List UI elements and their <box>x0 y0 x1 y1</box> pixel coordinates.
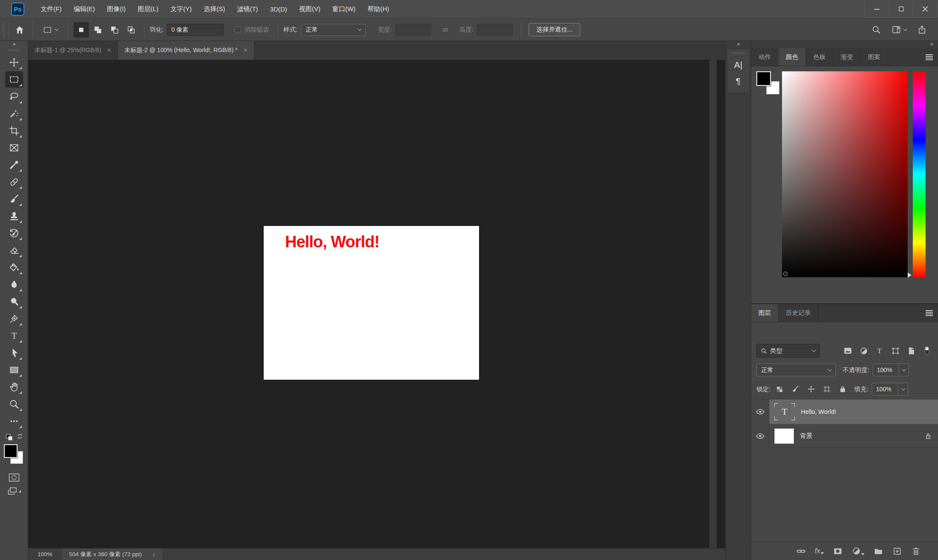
document-info-field[interactable]: 504 像素 x 360 像素 (72 ppi) › <box>61 548 163 560</box>
filter-pixel-layers-button[interactable] <box>842 345 854 357</box>
layer-row-body[interactable]: T Hello, World! <box>769 399 938 424</box>
link-layers-button[interactable] <box>796 546 806 556</box>
document-canvas[interactable]: Hello, World! <box>264 226 479 380</box>
new-group-button[interactable] <box>873 546 883 556</box>
close-button[interactable] <box>913 1 937 17</box>
tool-path-selection[interactable] <box>5 345 23 361</box>
menu-edit[interactable]: 编辑(E) <box>68 0 101 18</box>
search-button[interactable] <box>871 25 881 35</box>
filter-adjustment-layers-button[interactable] <box>858 345 870 357</box>
layer-visibility-toggle[interactable] <box>751 424 769 448</box>
share-button[interactable] <box>917 25 927 35</box>
tool-zoom[interactable] <box>5 396 23 412</box>
hue-slider-marker[interactable] <box>908 273 912 278</box>
tool-pen[interactable] <box>5 311 23 327</box>
tool-object-selection[interactable] <box>5 106 23 122</box>
style-dropdown[interactable]: 正常 <box>301 24 366 36</box>
tab-layers[interactable]: 图层 <box>751 304 779 322</box>
maximize-button[interactable] <box>889 1 913 17</box>
menu-type[interactable]: 文字(Y) <box>165 0 198 18</box>
tool-preset-picker[interactable] <box>38 23 63 37</box>
foreground-color-swatch[interactable] <box>756 71 771 86</box>
options-bar-grip[interactable] <box>3 23 5 37</box>
minimize-button[interactable] <box>865 1 889 17</box>
tool-spot-healing-brush[interactable] <box>5 174 23 190</box>
tool-paint-bucket[interactable] <box>5 259 23 276</box>
delete-layer-button[interactable] <box>911 546 921 556</box>
menu-window[interactable]: 窗口(W) <box>326 0 362 18</box>
tool-dodge[interactable] <box>5 293 23 310</box>
menu-file[interactable]: 文件(F) <box>35 0 68 18</box>
paragraph-panel-button[interactable]: ¶ <box>727 73 750 89</box>
add-layer-mask-button[interactable] <box>833 546 843 556</box>
swap-colors-button[interactable] <box>16 432 24 440</box>
tab-close-button[interactable]: × <box>244 47 247 54</box>
fill-dropdown-button[interactable] <box>898 383 908 396</box>
layer-style-button[interactable]: fx <box>815 547 824 555</box>
layer-visibility-toggle[interactable] <box>751 399 769 424</box>
tool-move[interactable] <box>5 54 23 70</box>
tab-actions[interactable]: 动作 <box>751 48 779 66</box>
filter-shape-layers-button[interactable] <box>889 345 901 357</box>
panel-menu-icon[interactable] <box>926 310 933 316</box>
tab-close-button[interactable]: × <box>107 47 111 54</box>
filter-smart-objects-button[interactable] <box>905 345 917 357</box>
fill-input[interactable]: 100% <box>872 383 898 396</box>
select-and-mask-button[interactable]: 选择并遮住... <box>529 23 580 36</box>
tool-brush[interactable] <box>5 191 23 207</box>
status-expand-chevron[interactable]: › <box>153 551 155 558</box>
document-tab-untitled-2[interactable]: 未标题-2 @ 100% (Hello, World!, RGB/8) * × <box>118 41 254 60</box>
menu-layer[interactable]: 图层(L) <box>132 0 164 18</box>
lock-all-button[interactable] <box>837 384 848 395</box>
layer-row-body[interactable]: 背景 <box>769 424 938 448</box>
layer-filter-toggle[interactable] <box>921 345 933 357</box>
lock-image-pixels-button[interactable] <box>790 384 801 395</box>
height-input[interactable] <box>477 24 513 36</box>
tool-clone-stamp[interactable] <box>5 208 23 224</box>
add-adjustment-layer-button[interactable] <box>852 546 864 556</box>
layer-row-text[interactable]: T Hello, World! <box>751 399 938 424</box>
opacity-dropdown-button[interactable] <box>899 364 909 376</box>
workspace-switcher-button[interactable] <box>891 25 907 35</box>
layer-filter-dropdown[interactable]: 类型 <box>756 344 820 358</box>
dock-collapse-button[interactable]: « <box>726 41 751 48</box>
add-to-selection-button[interactable] <box>90 22 106 38</box>
character-panel-button[interactable]: A| <box>727 57 750 73</box>
tool-lasso[interactable] <box>5 88 23 105</box>
toolbar-collapse-button[interactable]: » <box>0 41 28 48</box>
panel-collapse-button[interactable]: » <box>751 41 938 48</box>
photoshop-logo[interactable]: Ps <box>11 3 24 16</box>
lock-position-button[interactable] <box>806 384 817 395</box>
tab-swatches[interactable]: 色板 <box>806 48 833 66</box>
home-button[interactable] <box>12 23 27 37</box>
menu-3d[interactable]: 3D(D) <box>264 0 293 18</box>
tool-rectangle[interactable] <box>5 362 23 378</box>
tool-more-tools[interactable] <box>5 413 23 429</box>
new-layer-button[interactable] <box>892 546 902 556</box>
background-layer-thumbnail[interactable] <box>774 428 794 444</box>
tool-eraser[interactable] <box>5 242 23 258</box>
tool-history-brush[interactable] <box>5 225 23 241</box>
menu-image[interactable]: 图像(I) <box>101 0 132 18</box>
new-selection-button[interactable] <box>74 22 89 38</box>
text-layer-thumbnail[interactable]: T <box>774 403 795 420</box>
tool-crop[interactable] <box>5 123 23 139</box>
tool-rectangular-marquee[interactable] <box>5 71 23 88</box>
document-tab-untitled-1[interactable]: 未标题-1 @ 25%(RGB/8) × <box>28 41 118 60</box>
layer-name[interactable]: 背景 <box>800 432 812 440</box>
filter-type-layers-button[interactable]: T <box>873 345 885 357</box>
menu-help[interactable]: 帮助(H) <box>362 0 395 18</box>
swap-dimensions-button[interactable] <box>441 25 450 35</box>
default-colors-button[interactable] <box>5 433 14 442</box>
tab-gradients[interactable]: 渐变 <box>833 48 861 66</box>
feather-input[interactable]: 0 像素 <box>167 24 223 36</box>
tool-hand[interactable] <box>5 379 23 395</box>
lock-artboard-button[interactable] <box>821 384 832 395</box>
opacity-input[interactable]: 100% <box>873 364 899 376</box>
toolbar-grip[interactable] <box>9 49 20 51</box>
dock-grip[interactable] <box>732 52 745 54</box>
subtract-from-selection-button[interactable] <box>107 22 122 38</box>
screen-mode-button[interactable] <box>6 485 22 497</box>
menu-select[interactable]: 选择(S) <box>198 0 231 18</box>
tool-frame[interactable] <box>5 140 23 156</box>
